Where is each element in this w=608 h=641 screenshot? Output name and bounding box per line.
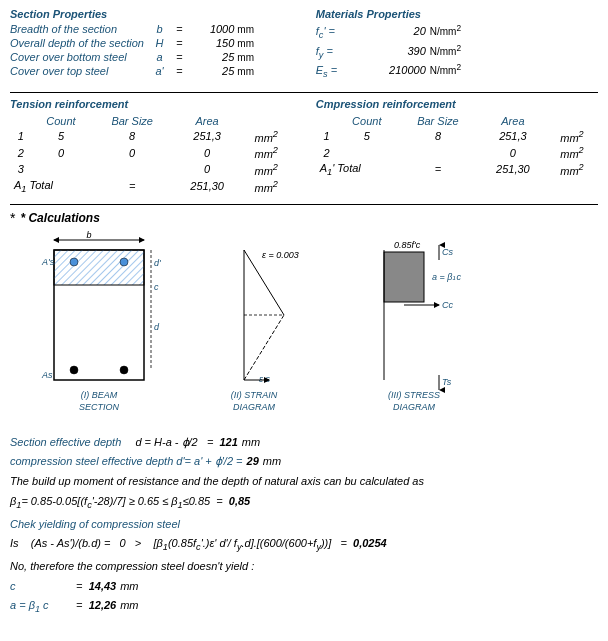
- calc-comp-depth-val: 29: [247, 452, 259, 471]
- svg-point-4: [120, 258, 128, 266]
- prop-cover-bottom-val: 25: [189, 51, 234, 63]
- compression-reinforcement: Cmpression reinforcement Count Bar Size …: [316, 98, 598, 196]
- calc-c-val: 14,43: [89, 577, 117, 596]
- mat-fc-val: 20: [376, 25, 426, 37]
- table-row: 1 5 8 251,3 mm2: [12, 129, 290, 144]
- tension-row1-area: 251,3: [174, 129, 240, 144]
- mat-fy-symbol: fy =: [316, 45, 376, 60]
- svg-text:Ts: Ts: [442, 377, 452, 387]
- mat-fc-symbol: fc' =: [316, 25, 376, 40]
- structural-diagram: A's As b d' c d (I) BEAM SECTION ε = 0.0…: [24, 230, 584, 425]
- calc-beta1-val: 0,85: [229, 492, 250, 511]
- svg-point-3: [70, 258, 78, 266]
- calc-c-eq: =: [70, 577, 89, 596]
- table-row: 2 0 mm2: [318, 145, 596, 160]
- reinforcement-section: Tension reinforcement Count Bar Size Are…: [10, 98, 598, 196]
- comp-row1-area: 251,3: [480, 129, 546, 144]
- tension-row2-barsize: 0: [92, 145, 172, 160]
- svg-text:DIAGRAM: DIAGRAM: [233, 402, 276, 412]
- tension-col-unit-h: [242, 115, 290, 127]
- tension-col-empty: [12, 115, 30, 127]
- tension-row3-unit: mm2: [242, 162, 290, 177]
- mat-es: Es = 210000 N/mm2: [316, 62, 598, 80]
- tension-col-barsize: Bar Size: [92, 115, 172, 127]
- calc-a-val: 12,26: [89, 596, 117, 615]
- materials-props-title: Materials Properties: [316, 8, 598, 20]
- comp-row2-unit: mm2: [548, 145, 596, 160]
- prop-cover-bottom-eq: =: [170, 51, 190, 63]
- prop-cover-top-val: 25: [189, 65, 234, 77]
- mat-fy-val: 390: [376, 45, 426, 57]
- calc-yielding-header: Chek yielding of compression steel: [10, 515, 598, 534]
- prop-breadth-unit: mm: [237, 24, 292, 35]
- prop-cover-bottom-unit: mm: [237, 52, 292, 63]
- table-row: 1 5 8 251,3 mm2: [318, 129, 596, 144]
- calculation-lines: Section effective depth d = H-a - ϕ/2 = …: [10, 433, 598, 618]
- tension-total-val: 251,30: [174, 179, 240, 194]
- prop-breadth-label: Breadth of the section: [10, 23, 150, 35]
- tension-reinforcement: Tension reinforcement Count Bar Size Are…: [10, 98, 292, 196]
- calc-comp-depth-label: compression steel effective depth d'= a'…: [10, 452, 243, 471]
- calc-eff-depth-label: Section effective depth: [10, 433, 121, 452]
- tension-row1-idx: 1: [12, 129, 30, 144]
- svg-point-6: [120, 366, 128, 374]
- svg-text:Cc: Cc: [442, 300, 453, 310]
- mat-fc: fc' = 20 N/mm2: [316, 23, 598, 41]
- calc-beta1: β1= 0.85-0.05[(fc'-28)/7] ≥ 0.65 ≤ β1≤0.…: [10, 492, 598, 514]
- divider-1: [10, 92, 598, 93]
- calc-is-line: Is (As - As')/(b.d) = 0 > [β1(0.85fc'.)ε…: [10, 534, 598, 556]
- calc-eff-depth-val: 121: [219, 433, 237, 452]
- prop-depth-eq: =: [170, 37, 190, 49]
- comp-col-area: Area: [480, 115, 546, 127]
- tension-total-unit: mm2: [242, 179, 290, 194]
- divider-2: [10, 204, 598, 205]
- svg-text:b: b: [86, 230, 91, 240]
- calc-a-label: a = β1 c: [10, 596, 70, 618]
- calc-is-val: 0,0254: [353, 534, 387, 553]
- calc-c-unit: mm: [120, 577, 138, 596]
- tension-title: Tension reinforcement: [10, 98, 292, 110]
- tension-row3-area: 0: [174, 162, 240, 177]
- prop-depth-symbol: H: [150, 37, 170, 49]
- prop-breadth-eq: =: [170, 23, 190, 35]
- compression-table: Count Bar Size Area 1 5 8 251,3 mm2 2: [316, 113, 598, 180]
- tension-table: Count Bar Size Area 1 5 8 251,3 mm2 2 0: [10, 113, 292, 196]
- svg-line-21: [244, 315, 284, 380]
- svg-text:Cs: Cs: [442, 247, 453, 257]
- prop-depth-val: 150: [189, 37, 234, 49]
- compression-title: Cmpression reinforcement: [316, 98, 598, 110]
- calc-buildup-text: The build up moment of resistance and th…: [10, 472, 598, 491]
- table-row: 3 0 mm2: [12, 162, 290, 177]
- comp-row2-barsize: [398, 145, 478, 160]
- asterisk-icon: *: [10, 210, 15, 226]
- mat-es-val: 210000: [376, 64, 426, 76]
- mat-fy-unit: N/mm2: [430, 43, 461, 57]
- prop-cover-bottom-label: Cover over bottom steel: [10, 51, 150, 63]
- tension-row2-area: 0: [174, 145, 240, 160]
- compression-total-val: 251,30: [480, 162, 546, 177]
- mat-fc-unit: N/mm2: [430, 23, 461, 37]
- comp-col-unit-h: [548, 115, 596, 127]
- calc-effective-depth: Section effective depth d = H-a - ϕ/2 = …: [10, 433, 598, 452]
- tension-col-count: Count: [32, 115, 90, 127]
- table-row: 2 0 0 0 mm2: [12, 145, 290, 160]
- comp-row1-count: 5: [338, 129, 396, 144]
- calc-yielding-label: Chek yielding of compression steel: [10, 515, 180, 534]
- comp-row2-area: 0: [480, 145, 546, 160]
- tension-row1-unit: mm2: [242, 129, 290, 144]
- tension-row2-unit: mm2: [242, 145, 290, 160]
- calc-a-unit: mm: [120, 596, 138, 615]
- prop-depth-unit: mm: [237, 38, 292, 49]
- calc-eff-depth-formula: d = H-a - ϕ/2 =: [129, 433, 219, 452]
- comp-row1-barsize: 8: [398, 129, 478, 144]
- comp-row1-unit: mm2: [548, 129, 596, 144]
- calc-c-label: c: [10, 577, 70, 596]
- prop-cover-bottom-symbol: a: [150, 51, 170, 63]
- svg-text:A's: A's: [41, 257, 55, 267]
- svg-text:As: As: [41, 370, 53, 380]
- diagram-area: A's As b d' c d (I) BEAM SECTION ε = 0.0…: [10, 230, 598, 425]
- prop-breadth-symbol: b: [150, 23, 170, 35]
- calc-beta1-formula: β1= 0.85-0.05[(fc'-28)/7] ≥ 0.65 ≤ β1≤0.…: [10, 492, 210, 514]
- calc-is-formula: Is (As - As')/(b.d) = 0 > [β1(0.85fc'.)ε…: [10, 534, 353, 556]
- calc-comp-depth: compression steel effective depth d'= a'…: [10, 452, 598, 471]
